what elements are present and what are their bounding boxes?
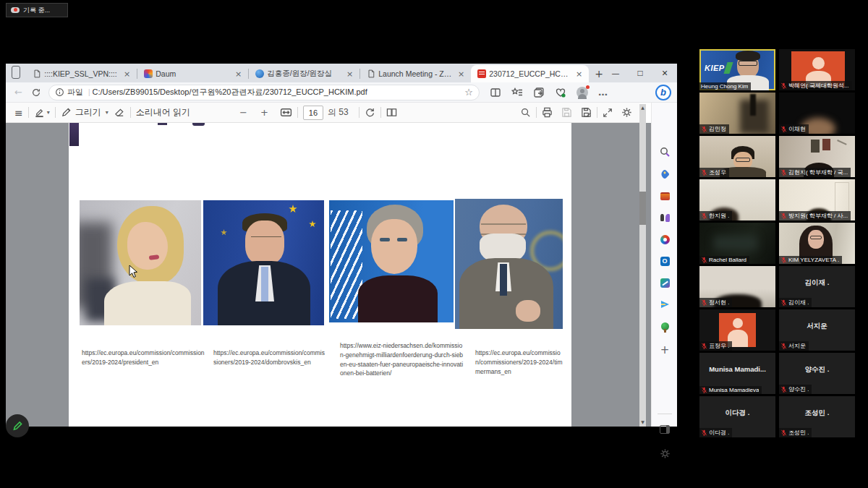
- url-divider: |: [88, 88, 90, 96]
- slide-title-remnant: [192, 123, 205, 126]
- participant-tile[interactable]: 서지운 서지운: [779, 309, 855, 351]
- url-field[interactable]: 파일 | C:/Users/ZB99015/Desktop/연구원%20관련자료…: [48, 85, 480, 100]
- draw-label[interactable]: 그리기: [75, 106, 101, 119]
- sidebar-settings-gear-icon[interactable]: [659, 448, 671, 459]
- pdf-settings-gear-icon[interactable]: [621, 107, 632, 118]
- tab-wonjang[interactable]: 김홍종/원장/원장실 ×: [249, 65, 359, 82]
- close-button[interactable]: ×: [652, 64, 677, 82]
- tab-actions-icon[interactable]: [12, 66, 20, 79]
- participant-name: 표정우 .: [709, 342, 729, 350]
- participant-name: 양수진 .: [788, 385, 809, 393]
- tab-close-icon[interactable]: ×: [122, 69, 132, 79]
- profile-avatar[interactable]: [576, 87, 588, 98]
- participant-tile[interactable]: 이다경 . 이다경 .: [699, 396, 775, 437]
- mic-off-icon: [780, 213, 787, 219]
- fullscreen-icon[interactable]: [603, 108, 613, 118]
- tab-close-icon[interactable]: ×: [456, 69, 467, 79]
- sidebar-search-icon[interactable]: [659, 146, 671, 158]
- new-tab-button[interactable]: +: [595, 68, 603, 80]
- sidebar-games-icon[interactable]: [659, 212, 671, 223]
- participant-tile[interactable]: 이채현: [779, 93, 855, 134]
- draw-pen-icon[interactable]: [61, 107, 72, 118]
- sidebar-microsoft365-icon[interactable]: [659, 234, 671, 245]
- participant-tile[interactable]: Munisa Mamadi... Munisa Mamadieva: [699, 353, 775, 394]
- sidebar-outlook-icon[interactable]: O: [659, 255, 671, 267]
- maximize-button[interactable]: □: [628, 64, 652, 82]
- participant-center-name: 서지운: [779, 322, 855, 331]
- draw-chevron-icon[interactable]: ▾: [106, 109, 109, 116]
- photo-source-url: https://www.eiz-niedersachsen.de/kommiss…: [340, 341, 464, 378]
- tab-zoom-meeting[interactable]: Launch Meeting - Zoom ×: [360, 65, 471, 82]
- pdf-scrollbar-track[interactable]: [639, 104, 646, 427]
- participant-tile[interactable]: 양수진 . 양수진 .: [779, 353, 855, 394]
- page-view-icon[interactable]: [386, 107, 397, 118]
- fit-width-icon[interactable]: [280, 106, 292, 119]
- participant-name: 방지원( 학부재학 / 사...: [788, 212, 848, 220]
- highlighter-chevron-icon[interactable]: ▾: [47, 109, 50, 116]
- participant-tile[interactable]: 표정우 .: [699, 309, 775, 351]
- tab-pdf-active[interactable]: 230712_EUCCP_HCKIM.pd ×: [471, 65, 589, 82]
- photo-vestager: [329, 200, 454, 322]
- pdf-viewport[interactable]: https://ec.europa.eu/commission/commissi…: [6, 123, 651, 427]
- tab-close-icon[interactable]: ×: [574, 69, 584, 79]
- refresh-icon[interactable]: [31, 87, 41, 98]
- sidebar-add-icon[interactable]: +: [659, 344, 671, 356]
- sidebar-panel-icon[interactable]: [659, 424, 671, 435]
- minimize-button[interactable]: —: [603, 64, 628, 82]
- sidebar-drop-icon[interactable]: [659, 299, 671, 310]
- pdf-scrollbar-thumb[interactable]: [639, 192, 646, 225]
- participant-tile[interactable]: 김이재 . 김이재 .: [779, 266, 855, 307]
- zoom-participants-panel: KIEP Heung Chong Kim 박혜연( 국제대학원석... 김민정 …: [699, 49, 855, 437]
- sidebar-divider: [658, 414, 672, 414]
- page-number-input[interactable]: 16: [303, 106, 323, 120]
- split-screen-icon[interactable]: [490, 87, 501, 98]
- sidebar-shopping-icon[interactable]: [659, 168, 671, 180]
- scroll-up-icon[interactable]: ▲: [639, 105, 646, 111]
- sidebar-tree-icon[interactable]: [659, 320, 671, 332]
- zoom-out-icon[interactable]: −: [239, 107, 247, 118]
- tab-daum[interactable]: Daum ×: [137, 65, 248, 82]
- save-as-icon[interactable]: [581, 107, 592, 118]
- tab-close-icon[interactable]: ×: [344, 69, 355, 79]
- tab-close-icon[interactable]: ×: [233, 69, 244, 79]
- participant-tile[interactable]: Rachel Ballard: [699, 223, 775, 264]
- scroll-down-icon[interactable]: ▼: [639, 419, 646, 425]
- participant-tile[interactable]: 조성우: [699, 136, 775, 177]
- participant-name: Rachel Ballard: [709, 257, 746, 263]
- tab-kiep-vpn[interactable]: ::::KIEP_SSL_VPN:::: ×: [26, 65, 137, 82]
- annotate-pencil-button[interactable]: [6, 414, 29, 437]
- rotate-icon[interactable]: [365, 107, 375, 118]
- participant-tile-active-speaker[interactable]: KIEP Heung Chong Kim: [699, 49, 775, 90]
- highlighter-icon[interactable]: [34, 107, 45, 118]
- participant-tile[interactable]: 방지원( 학부재학 / 사...: [779, 179, 855, 221]
- sidebar-toolbox-icon[interactable]: [659, 190, 671, 202]
- participant-tile[interactable]: 정서현 .: [699, 266, 775, 307]
- participant-name: 김현지( 학부재학 / 국...: [788, 168, 848, 176]
- sidebar-designer-icon[interactable]: [659, 277, 671, 288]
- read-aloud-button[interactable]: 소리내어 읽기: [136, 106, 190, 119]
- page-icon: [367, 69, 375, 78]
- zoom-in-icon[interactable]: +: [260, 107, 268, 118]
- pdf-search-icon[interactable]: [520, 107, 531, 118]
- eraser-icon[interactable]: [114, 107, 125, 118]
- participant-tile[interactable]: KIM YELYZAVETA .: [779, 223, 855, 264]
- participant-tile[interactable]: 한지원 .: [699, 179, 775, 221]
- participant-tile[interactable]: 김현지( 학부재학 / 국...: [779, 136, 855, 177]
- participant-center-name: 이다경 .: [699, 408, 775, 418]
- mic-off-icon: [701, 429, 707, 436]
- pdf-toc-icon[interactable]: ≡: [14, 107, 23, 119]
- favorites-icon[interactable]: [511, 87, 523, 98]
- recording-label: 기록 중...: [23, 6, 50, 15]
- bookmark-star-icon[interactable]: ☆: [464, 87, 473, 98]
- participant-tile[interactable]: 박혜연( 국제대학원석...: [779, 49, 855, 90]
- info-icon[interactable]: [55, 87, 64, 97]
- participant-tile[interactable]: 조성민 . 조성민 .: [779, 396, 855, 437]
- print-icon[interactable]: [542, 107, 553, 118]
- mic-off-icon: [701, 213, 707, 219]
- back-icon[interactable]: ←: [14, 87, 22, 98]
- bing-chat-icon[interactable]: b: [655, 85, 671, 100]
- browser-essentials-icon[interactable]: [555, 87, 566, 98]
- more-menu-icon[interactable]: …: [598, 87, 608, 98]
- collections-icon[interactable]: [533, 87, 545, 98]
- participant-tile[interactable]: 김민정: [699, 93, 775, 134]
